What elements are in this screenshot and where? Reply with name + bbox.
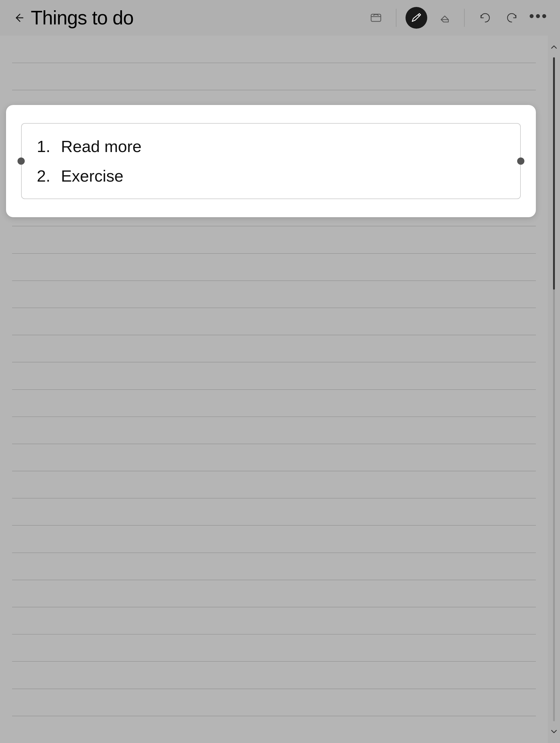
notebook-line xyxy=(12,253,536,254)
toolbar-divider-1 xyxy=(396,9,396,27)
pen-tool-button[interactable] xyxy=(405,7,427,29)
notebook-line xyxy=(12,661,536,662)
notebook-line xyxy=(12,335,536,335)
notebook-line xyxy=(12,498,536,498)
toolbar-divider-2 xyxy=(464,9,465,27)
list-text-1: Read more xyxy=(61,136,141,157)
back-arrow-icon xyxy=(12,11,25,25)
toolbar: Things to do xyxy=(0,0,560,36)
list-number-2: 2. xyxy=(37,165,55,186)
list-number-1: 1. xyxy=(37,136,55,157)
notebook-line xyxy=(12,417,536,417)
notebook-line xyxy=(12,63,536,63)
notebook-line xyxy=(12,580,536,580)
handle-dot-left[interactable] xyxy=(17,158,25,165)
list-container: 1. Read more 2. Exercise xyxy=(21,123,521,199)
notebook-line xyxy=(12,308,536,308)
notebook-line xyxy=(12,634,536,635)
toolbar-center: ••• xyxy=(365,7,548,29)
cards-tool-button[interactable] xyxy=(365,7,387,29)
list-item: 2. Exercise xyxy=(37,165,505,186)
scroll-up-button[interactable] xyxy=(549,42,559,52)
notebook-line xyxy=(12,689,536,689)
notebook-line xyxy=(12,553,536,553)
notebook-line xyxy=(12,389,536,390)
eraser-tool-button[interactable] xyxy=(433,7,455,29)
more-options-button[interactable]: ••• xyxy=(529,9,548,27)
undo-button[interactable] xyxy=(474,7,496,29)
notebook-line xyxy=(12,444,536,444)
notebook-line xyxy=(12,226,536,226)
notebook-line xyxy=(12,607,536,607)
svg-rect-1 xyxy=(371,14,381,21)
scrollbar-thumb[interactable] xyxy=(553,57,555,290)
content-area: 1. Read more 2. Exercise xyxy=(0,36,560,743)
list-text-2: Exercise xyxy=(61,165,123,186)
notebook-line xyxy=(12,471,536,471)
svg-line-3 xyxy=(418,15,419,16)
notebook-line xyxy=(12,280,536,281)
scrollbar xyxy=(548,36,560,743)
toolbar-left: Things to do xyxy=(12,7,365,29)
scroll-down-button[interactable] xyxy=(549,726,559,737)
notebook-line xyxy=(12,362,536,362)
back-button[interactable] xyxy=(12,11,25,25)
list-item: 1. Read more xyxy=(37,136,505,157)
sticky-card: 1. Read more 2. Exercise xyxy=(6,105,536,217)
redo-button[interactable] xyxy=(502,7,523,29)
handle-dot-right[interactable] xyxy=(517,158,524,165)
scrollbar-track[interactable] xyxy=(553,57,555,721)
notebook-line xyxy=(12,90,536,90)
page-title: Things to do xyxy=(31,7,133,29)
notebook-line xyxy=(12,716,536,716)
